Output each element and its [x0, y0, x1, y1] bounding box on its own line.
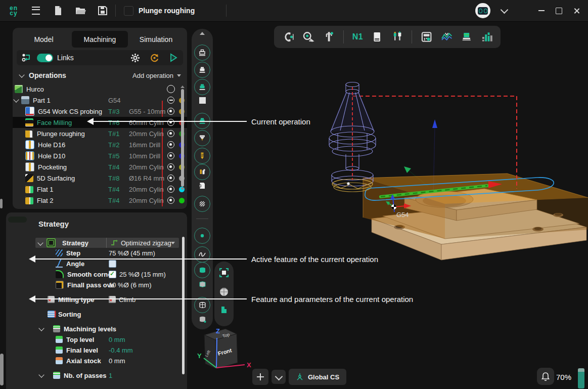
open-project-button[interactable]	[73, 3, 88, 18]
strategy-row-header[interactable]: Strategy Optimized zigzag	[35, 238, 179, 248]
operations-scrollbar[interactable]	[179, 84, 185, 206]
assistant-avatar-icon[interactable]	[475, 3, 490, 18]
operation-output-radio[interactable]	[166, 175, 176, 182]
links-toggle[interactable]	[37, 54, 53, 62]
zoom-slider[interactable]	[578, 368, 584, 388]
surface-point-icon[interactable]	[192, 316, 213, 323]
rail-handle[interactable]	[8, 217, 27, 223]
strategy-row-step[interactable]: Step 75 %Ø (45 mm)	[29, 248, 179, 258]
notifications-button[interactable]	[537, 368, 554, 385]
strategy-row-sorting[interactable]: Sorting	[29, 309, 179, 319]
chevron-down-icon[interactable]	[38, 325, 44, 331]
caret-down-icon[interactable]	[171, 242, 175, 244]
maximize-button[interactable]	[556, 8, 562, 14]
operation-row-hole-d16[interactable]: Hole D16 T#2 16mm Drill	[13, 139, 187, 150]
recalculate-icon[interactable]	[150, 53, 159, 63]
axial-stock-value[interactable]: 0 mm	[109, 357, 125, 365]
new-project-button[interactable]	[51, 3, 66, 18]
strategy-row-angle[interactable]: Angle	[29, 258, 179, 269]
save-project-button[interactable]	[95, 3, 110, 18]
milling-type-value[interactable]: Climb	[119, 296, 135, 304]
stock-result-icon[interactable]	[461, 31, 472, 43]
tab-machining[interactable]: Machining	[72, 31, 128, 48]
material-hatch-button[interactable]	[192, 196, 213, 212]
operation-output-radio[interactable]	[166, 85, 176, 93]
strategy-row-milling-type[interactable]: Milling type Climb	[29, 294, 179, 305]
operation-row-face-milling[interactable]: Face Milling T#6 60mm Cylin	[13, 117, 187, 128]
operation-row-machine[interactable]: Hurco	[13, 83, 187, 95]
global-cs-button[interactable]: Global CS	[289, 369, 346, 385]
operation-output-radio[interactable]	[166, 108, 176, 115]
add-cs-button[interactable]	[252, 369, 268, 385]
measure-tape-icon[interactable]	[302, 31, 314, 43]
feature-flag-button[interactable]	[214, 306, 234, 316]
minimize-button[interactable]	[538, 10, 545, 11]
gcode-n1-icon[interactable]: N1	[352, 32, 363, 41]
tab-model[interactable]: Model	[16, 31, 72, 48]
strategy-value[interactable]: Optimized zigzag	[121, 239, 171, 247]
chevron-down-icon[interactable]	[501, 6, 509, 14]
operation-output-radio[interactable]	[166, 186, 176, 193]
graph-analysis-icon[interactable]	[441, 31, 453, 43]
run-icon[interactable]	[169, 53, 178, 62]
app-logo[interactable]: ency	[6, 6, 21, 16]
strategy-row-final-pass[interactable]: Finall pass ove 10 %Ø (6 mm)	[29, 280, 179, 290]
operation-row-5d-surfacing[interactable]: 5D Surfacing T#8 Ø16 R4 mm	[13, 172, 187, 184]
operation-output-radio[interactable]	[166, 197, 176, 204]
strategy-row-nb-passes[interactable]: Nb. of passes 1	[29, 370, 179, 380]
smooth-corner-checkbox[interactable]	[109, 271, 116, 278]
strategy-row-axial-stock[interactable]: Axial stock 0 mm	[29, 356, 179, 366]
final-pass-value[interactable]: 10 %Ø (6 mm)	[109, 281, 152, 289]
tab-simulation[interactable]: Simulation	[128, 31, 184, 48]
operation-output-radio[interactable]	[166, 119, 176, 126]
cs-dropdown-button[interactable]	[272, 370, 286, 384]
surface-icon[interactable]	[192, 281, 213, 288]
chevron-down-icon[interactable]	[37, 240, 43, 245]
snap-magnet-icon[interactable]	[282, 31, 294, 43]
operation-output-radio[interactable]	[166, 163, 176, 170]
scrollbar-thumb[interactable]	[181, 89, 184, 187]
surface-active-button[interactable]	[192, 262, 213, 278]
final-level-value[interactable]: -0.4 mm	[109, 347, 133, 354]
operation-output-radio[interactable]	[166, 141, 176, 148]
operation-row-flat-1[interactable]: Flat 1 T#4 20mm Cylin	[13, 184, 187, 195]
chevron-down-icon[interactable]	[19, 72, 24, 77]
stock-button[interactable]	[192, 79, 213, 95]
main-menu-button[interactable]	[28, 3, 43, 18]
operation-row-part[interactable]: Part 1 G54	[13, 95, 187, 106]
document-icon[interactable]	[192, 182, 213, 190]
operation-row-flat-2[interactable]: Flat 2 T#4 20mm Cylin	[13, 195, 187, 206]
fixture-button[interactable]	[192, 164, 213, 180]
top-level-value[interactable]: 0 mm	[109, 336, 125, 343]
tools-icon[interactable]	[391, 31, 403, 43]
strategy-row-top-level[interactable]: Top level 0 mm	[29, 334, 179, 344]
toolholder-button[interactable]	[192, 130, 213, 146]
strategy-row-smooth-corner[interactable]: Smooth corner 25 %Ø (15 mm)	[29, 269, 179, 279]
operation-row-hole-d10[interactable]: Hole D10 T#5 10mm Drill	[13, 150, 187, 161]
operation-output-radio[interactable]	[166, 97, 176, 104]
step-value[interactable]: 75 %Ø (45 mm)	[109, 249, 155, 257]
scroll-up-icon[interactable]	[192, 32, 213, 35]
nb-passes-value[interactable]: 1	[109, 372, 112, 379]
workpiece-button[interactable]	[192, 62, 213, 78]
strategy-scrollbar[interactable]	[182, 237, 185, 374]
controller-icon[interactable]	[421, 31, 432, 43]
add-operation-button[interactable]: Add operation	[132, 72, 181, 79]
tool-button[interactable]	[192, 148, 213, 164]
fit-view-button[interactable]	[214, 268, 234, 278]
operation-row-pocketing[interactable]: Pocketing T#4 20mm Cylin	[13, 161, 187, 172]
close-button[interactable]	[573, 8, 580, 14]
operation-output-radio[interactable]	[166, 130, 176, 137]
gear-icon[interactable]	[130, 53, 140, 63]
solid-stock-icon[interactable]	[192, 97, 213, 104]
smooth-corner-value[interactable]: 25 %Ø (15 mm)	[119, 271, 166, 278]
document-panel-icon[interactable]	[372, 31, 382, 43]
chevron-down-icon[interactable]	[38, 372, 44, 377]
chevron-down-icon[interactable]	[13, 97, 19, 102]
view-cube[interactable]: Top Front Left Z Y X	[197, 327, 251, 369]
angle-checkbox[interactable]	[109, 260, 116, 268]
edge-scrollbar[interactable]	[0, 354, 4, 385]
scroll-up-icon[interactable]	[180, 85, 185, 88]
strategy-row-machining-levels[interactable]: Machining levels	[29, 324, 179, 334]
machine-button[interactable]	[192, 45, 213, 61]
